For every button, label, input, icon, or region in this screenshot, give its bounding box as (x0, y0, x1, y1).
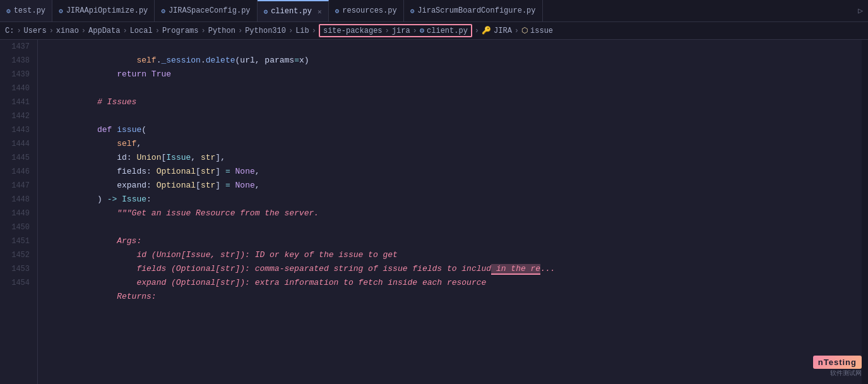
line-num-1442: 1442 (0, 109, 30, 123)
tab-label-jiraapi: JIRAApiOptimize.py (66, 6, 148, 15)
scrollbar-track[interactable] (862, 40, 868, 384)
breadcrumb-python310[interactable]: Python310 (245, 27, 286, 35)
method-icon-breadcrumb: ⬡ (521, 26, 528, 35)
tab-label-client: client.py (271, 7, 312, 16)
code-container: 1437 1438 1439 1440 1441 1442 1443 1444 … (0, 40, 868, 384)
tab-label-resources: resources.py (342, 6, 396, 15)
line-num-1450: 1450 (0, 220, 30, 234)
code-line-1440: # Issues (48, 81, 862, 95)
tab-bar: ⚙ test.py ⚙ JIRAApiOptimize.py ⚙ JIRASpa… (0, 0, 868, 22)
code-line-1442: def issue( (48, 109, 862, 123)
code-line-1451: id (Union[Issue, str]): ID or key of the… (48, 234, 862, 248)
breadcrumb-site-packages[interactable]: site-packages (323, 27, 383, 35)
breadcrumb-client-py[interactable]: client.py (427, 27, 468, 35)
tab-label-test: test.py (14, 6, 45, 15)
line-num-1448: 1448 (0, 193, 30, 207)
tab-jiraapi[interactable]: ⚙ JIRAApiOptimize.py (52, 0, 155, 22)
tab-icon-resources: ⚙ (335, 7, 340, 15)
tab-close-client[interactable]: ✕ (318, 8, 322, 16)
line-num-1444: 1444 (0, 137, 30, 151)
tab-jirascrumboard[interactable]: ⚙ JiraScrumBoardConfigure.py (404, 0, 543, 22)
breadcrumb-appdata[interactable]: AppData (88, 27, 120, 35)
code-line-1441 (48, 95, 862, 109)
line-num-1439: 1439 (0, 68, 30, 81)
breadcrumb-xinao[interactable]: xinao (56, 27, 79, 35)
line-numbers: 1437 1438 1439 1440 1441 1442 1443 1444 … (0, 40, 38, 384)
code-line-1443: self, (48, 123, 862, 137)
tab-overflow-arrow[interactable]: ▷ (853, 6, 868, 16)
tab-client[interactable]: ⚙ client.py ✕ (258, 0, 329, 22)
code-line-1448: """Get an issue Resource from the server… (48, 193, 862, 207)
line-num-1454: 1454 (0, 276, 30, 290)
code-line-1444: id: Union[Issue, str], (48, 137, 862, 151)
breadcrumb-jira[interactable]: jira (392, 27, 410, 35)
tab-label-jirascrumboard: JiraScrumBoardConfigure.py (417, 6, 535, 15)
file-icon-breadcrumb: ⚙ (420, 26, 424, 35)
code-line-1450: Args: (48, 220, 862, 234)
line-num-1438: 1438 (0, 54, 30, 68)
tab-icon-jirascrumboard: ⚙ (410, 7, 415, 15)
line-num-1445: 1445 (0, 151, 30, 165)
tab-icon-jiraapi: ⚙ (59, 7, 63, 15)
line-num-1437: 1437 (0, 40, 30, 54)
line-num-1440: 1440 (0, 81, 30, 95)
tab-icon-test: ⚙ (6, 7, 11, 15)
line-num-1441: 1441 (0, 95, 30, 109)
code-content[interactable]: self._session.delete(url, params=x) retu… (38, 40, 862, 384)
breadcrumb-programs[interactable]: Programs (162, 27, 199, 35)
tab-icon-jiraspace: ⚙ (161, 7, 165, 15)
line-num-1443: 1443 (0, 123, 30, 137)
breadcrumb-c[interactable]: C: (5, 27, 14, 35)
breadcrumb: C: › Users › xinao › AppData › Local › P… (0, 22, 868, 40)
breadcrumb-python[interactable]: Python (208, 27, 235, 35)
tab-icon-client: ⚙ (264, 8, 268, 16)
breadcrumb-users[interactable]: Users (24, 27, 47, 35)
breadcrumb-lib[interactable]: Lib (295, 27, 309, 35)
line-num-1447: 1447 (0, 179, 30, 193)
tab-jiraspace[interactable]: ⚙ JIRASpaceConfig.py (155, 0, 257, 22)
tab-resources[interactable]: ⚙ resources.py (329, 0, 404, 22)
class-icon-breadcrumb: 🔑 (482, 26, 491, 35)
line-num-1446: 1446 (0, 165, 30, 179)
tab-label-jiraspace: JIRASpaceConfig.py (169, 6, 251, 15)
line-num-1452: 1452 (0, 248, 30, 262)
breadcrumb-issue-method[interactable]: issue (530, 27, 553, 35)
tab-test[interactable]: ⚙ test.py (0, 0, 52, 22)
breadcrumb-highlighted-section: site-packages › jira › ⚙ client.py (319, 24, 472, 37)
code-line-1437: self._session.delete(url, params=x) (48, 40, 862, 54)
line-num-1449: 1449 (0, 207, 30, 220)
line-num-1453: 1453 (0, 262, 30, 276)
line-num-1451: 1451 (0, 234, 30, 248)
breadcrumb-local[interactable]: Local (130, 27, 153, 35)
breadcrumb-jira-class[interactable]: JIRA (494, 27, 512, 35)
